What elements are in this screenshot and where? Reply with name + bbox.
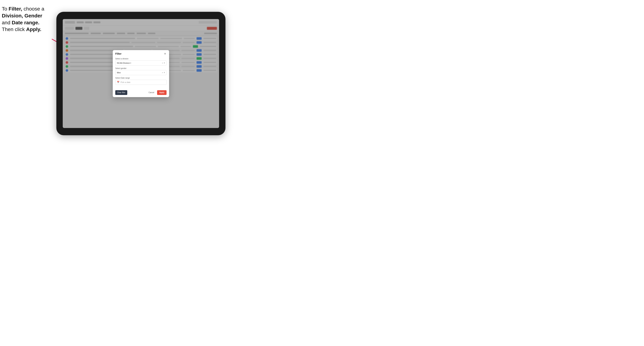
tablet-screen: Filter ✕ Select a division NCAA Division… [63,19,219,128]
modal-close-button[interactable]: ✕ [164,52,166,55]
division-select-actions: × [162,62,165,64]
modal-header: Filter ✕ [113,50,169,57]
filter-modal: Filter ✕ Select a division NCAA Division… [113,50,169,97]
division-form-group: Select a division NCAA Division I × [115,58,166,66]
arrow-up-icon [164,62,165,63]
instruction-text: To Filter, choose a Division, Gender and… [2,5,56,33]
division-select-value: NCAA Division I [117,62,162,64]
modal-title: Filter [115,52,122,55]
division-label: Select a division [115,58,166,60]
gender-clear-icon[interactable]: × [162,72,163,74]
modal-footer: Clear filter Cancel Apply [113,89,169,97]
gender-select-value: Men [117,72,162,74]
arrow-up-icon [164,72,165,72]
division-select[interactable]: NCAA Division I × [115,60,166,66]
gender-arrows-icon [164,72,165,73]
date-form-group: Select Date range 📅 Pick a date [115,77,166,85]
gender-select[interactable]: Men × [115,70,166,75]
division-clear-icon[interactable]: × [162,62,163,64]
filter-bold: Filter, [8,6,22,12]
division-gender-bold: Division, Gender [2,13,42,18]
apply-button[interactable]: Apply [157,90,166,95]
arrow-down-icon [164,73,165,73]
division-arrows-icon [164,62,165,64]
gender-label: Select gender [115,67,166,69]
date-input[interactable]: 📅 Pick a date [115,80,166,85]
modal-body: Select a division NCAA Division I × [113,57,169,89]
modal-footer-right: Cancel Apply [147,90,166,95]
clear-filter-button[interactable]: Clear filter [115,90,127,95]
gender-select-actions: × [162,72,165,74]
apply-bold: Apply. [26,26,41,32]
cancel-button[interactable]: Cancel [147,90,156,95]
date-range-bold: Date range. [12,20,40,25]
date-placeholder: Pick a date [120,81,130,83]
date-label: Select Date range [115,77,166,79]
calendar-icon: 📅 [117,81,120,83]
gender-form-group: Select gender Men × [115,67,166,75]
modal-overlay: Filter ✕ Select a division NCAA Division… [63,19,219,128]
arrow-down-icon [164,63,165,64]
tablet-frame: Filter ✕ Select a division NCAA Division… [56,12,226,135]
